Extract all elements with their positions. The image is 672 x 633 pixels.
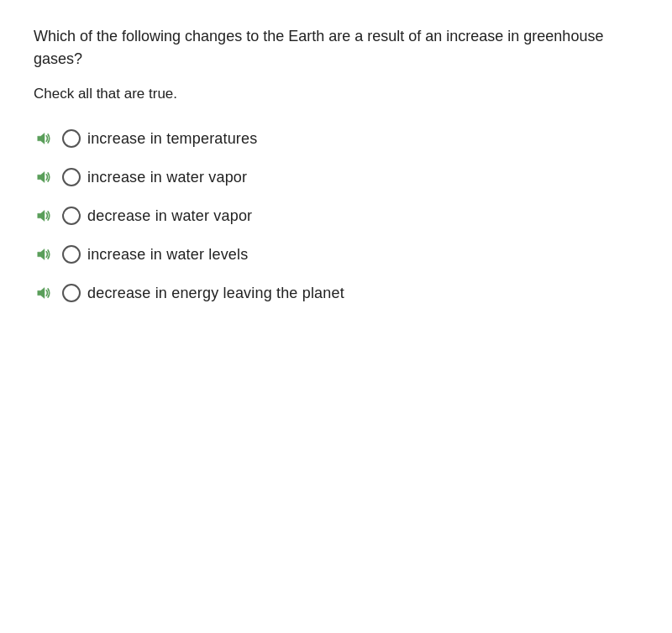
svg-marker-3 (38, 249, 45, 260)
speaker-icon-2[interactable] (34, 166, 55, 188)
option-item-4[interactable]: increase in water levels (34, 237, 638, 272)
speaker-icon-5[interactable] (34, 282, 55, 304)
instruction-text: Check all that are true. (34, 86, 638, 102)
svg-marker-2 (38, 211, 45, 222)
option-label-1[interactable]: increase in temperatures (87, 130, 257, 148)
option-label-5[interactable]: decrease in energy leaving the planet (87, 285, 344, 302)
checkbox-1[interactable] (62, 129, 81, 148)
checkbox-5[interactable] (62, 284, 81, 302)
svg-marker-0 (38, 133, 45, 144)
option-item-1[interactable]: increase in temperatures (34, 121, 638, 156)
speaker-icon-3[interactable] (34, 205, 55, 227)
option-item-3[interactable]: decrease in water vapor (34, 198, 638, 233)
option-label-4[interactable]: increase in water levels (87, 246, 248, 264)
svg-marker-4 (38, 288, 45, 299)
question-text: Which of the following changes to the Ea… (34, 25, 638, 71)
option-item-2[interactable]: increase in water vapor (34, 160, 638, 195)
option-item-5[interactable]: decrease in energy leaving the planet (34, 275, 638, 311)
checkbox-3[interactable] (62, 207, 81, 225)
options-list: increase in temperatures increase in wat… (34, 121, 638, 311)
option-label-2[interactable]: increase in water vapor (87, 169, 247, 186)
option-label-3[interactable]: decrease in water vapor (87, 207, 252, 225)
checkbox-2[interactable] (62, 168, 81, 186)
checkbox-4[interactable] (62, 245, 81, 264)
svg-marker-1 (38, 172, 45, 183)
speaker-icon-1[interactable] (34, 128, 55, 149)
speaker-icon-4[interactable] (34, 243, 55, 265)
